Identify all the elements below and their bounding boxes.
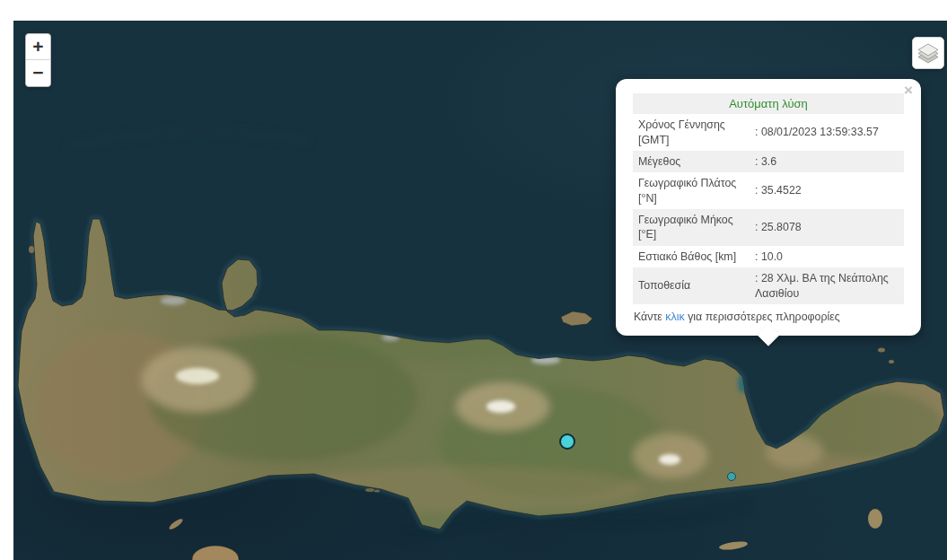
- row-label: Γεωγραφικό Μήκος [°E]: [633, 209, 750, 246]
- popup-title-row: Αυτόματη λύση: [633, 93, 904, 114]
- table-row: Γεωγραφικό Μήκος [°E] : 25.8078: [633, 209, 904, 246]
- row-value: : 35.4522: [750, 172, 904, 209]
- row-value: : 28 Χλμ. ΒΑ της Νεάπολης Λασιθίου: [750, 267, 904, 304]
- table-row: Μέγεθος : 3.6: [633, 151, 904, 172]
- layers-icon: [916, 41, 940, 65]
- footer-text-prefix: Κάντε: [634, 311, 665, 323]
- popup-content: × Αυτόματη λύση Χρόνος Γέννησης [GMT] : …: [616, 79, 921, 336]
- row-value: : 08/01/2023 13:59:33.57: [750, 114, 904, 151]
- row-value: : 10.0: [750, 246, 904, 267]
- popup-close-button[interactable]: ×: [904, 84, 913, 97]
- popup-footer: Κάντε κλικ για περισσότερες πληροφορίες: [633, 310, 904, 324]
- page: + − × Αυτόματη λύση Χρόνος Γέννησης [GMT: [0, 0, 947, 560]
- row-label: Μέγεθος: [633, 151, 750, 172]
- earthquake-popup: × Αυτόματη λύση Χρόνος Γέννησης [GMT] : …: [616, 79, 921, 336]
- earthquake-marker[interactable]: [559, 433, 575, 450]
- zoom-out-button[interactable]: −: [26, 60, 50, 86]
- row-label: Τοποθεσία: [633, 267, 750, 304]
- table-row: Εστιακό Βάθος [km] : 10.0: [633, 246, 904, 267]
- footer-text-suffix: για περισσότερες πληροφορίες: [685, 311, 840, 323]
- row-label: Γεωγραφικό Πλάτος [°N]: [633, 172, 750, 209]
- row-label: Χρόνος Γέννησης [GMT]: [633, 114, 750, 151]
- row-value: : 3.6: [750, 151, 904, 172]
- table-row: Τοποθεσία : 28 Χλμ. ΒΑ της Νεάπολης Λασι…: [633, 267, 904, 304]
- earthquake-marker-small[interactable]: [727, 472, 736, 481]
- row-value: : 25.8078: [750, 209, 904, 246]
- row-label: Εστιακό Βάθος [km]: [633, 246, 750, 267]
- table-row: Χρόνος Γέννησης [GMT] : 08/01/2023 13:59…: [633, 114, 904, 151]
- map-canvas[interactable]: + − × Αυτόματη λύση Χρόνος Γέννησης [GMT: [13, 21, 947, 560]
- zoom-control: + −: [25, 33, 51, 87]
- table-row: Γεωγραφικό Πλάτος [°N] : 35.4522: [633, 172, 904, 209]
- earthquake-details-table: Αυτόματη λύση Χρόνος Γέννησης [GMT] : 08…: [633, 93, 904, 304]
- layers-control-button[interactable]: [912, 37, 944, 69]
- popup-title: Αυτόματη λύση: [633, 93, 904, 114]
- zoom-in-button[interactable]: +: [26, 34, 50, 60]
- more-info-link[interactable]: κλικ: [665, 311, 684, 323]
